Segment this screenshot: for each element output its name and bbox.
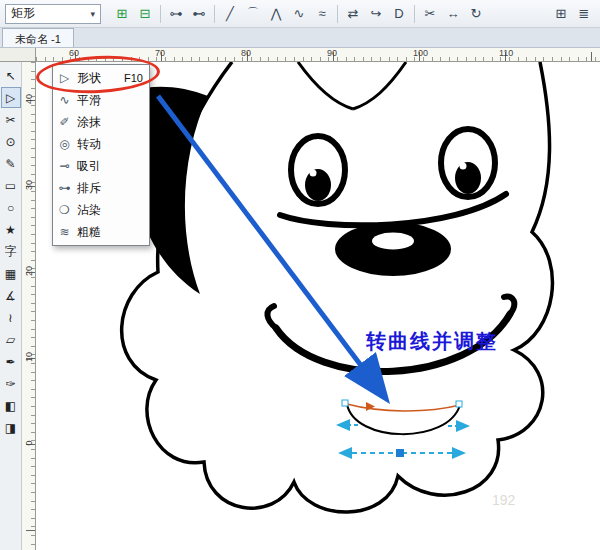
symmetric-node-icon[interactable]: ≈ bbox=[311, 3, 333, 25]
extend-curve-icon[interactable]: ↪ bbox=[365, 3, 387, 25]
mouth-node-left bbox=[342, 400, 348, 406]
hruler-label: 80 bbox=[241, 48, 251, 58]
toolbar-separator bbox=[414, 5, 415, 23]
toolbox: ↖▷✂⊙✎▭○★字▦∡≀▱✒✑◧◨ bbox=[0, 62, 22, 550]
convert-to-curve-icon[interactable]: ⌒ bbox=[242, 3, 264, 25]
property-bar: 矩形 ▾ ⊞⊟⊶⊷╱⌒⋀∿≈⇄↪D✂↔↻ ⊞≣ bbox=[0, 0, 600, 28]
pick-tool[interactable]: ↖ bbox=[1, 65, 21, 86]
ellipse-tool[interactable]: ○ bbox=[1, 197, 21, 218]
vertical-ruler[interactable]: 403020100 bbox=[22, 62, 36, 550]
flyout-item-repel[interactable]: ⊶排斥 bbox=[53, 177, 149, 199]
shape-tool[interactable]: ▷ bbox=[1, 87, 21, 108]
flyout-item-label: 平滑 bbox=[77, 92, 101, 109]
crop-tool[interactable]: ✂ bbox=[1, 109, 21, 130]
extract-subpath-icon[interactable]: ✂ bbox=[419, 3, 441, 25]
flyout-item-smooth[interactable]: ∿平滑 bbox=[53, 89, 149, 111]
flyout-item-shape[interactable]: ▷形状F10 bbox=[53, 67, 149, 89]
smooth-tool-icon: ∿ bbox=[57, 93, 72, 107]
hruler-label: 110 bbox=[499, 48, 513, 58]
flyout-item-smudge[interactable]: ✐涂抹 bbox=[53, 111, 149, 133]
flyout-item-roughen[interactable]: ≋粗糙 bbox=[53, 221, 149, 243]
property-bar-right-icons: ⊞≣ bbox=[550, 3, 595, 25]
flyout-item-attract[interactable]: ⊸吸引 bbox=[53, 155, 149, 177]
freehand-tool[interactable]: ✎ bbox=[1, 153, 21, 174]
shadow-tool[interactable]: ▱ bbox=[1, 329, 21, 350]
flyout-item-twirl[interactable]: ◎转动 bbox=[53, 133, 149, 155]
delete-node-icon[interactable]: ⊟ bbox=[134, 3, 156, 25]
flyout-item-label: 排斥 bbox=[77, 180, 101, 197]
document-tab-label: 未命名 -1 bbox=[15, 33, 61, 45]
chevron-down-icon: ▾ bbox=[90, 9, 95, 19]
connector-tool[interactable]: ≀ bbox=[1, 307, 21, 328]
toolbar-separator bbox=[337, 5, 338, 23]
horizontal-ruler[interactable]: 60708090100110 bbox=[36, 48, 600, 62]
rotate-nodes-icon[interactable]: ↻ bbox=[465, 3, 487, 25]
interactive-fill-tool[interactable]: ◨ bbox=[1, 417, 21, 438]
selected-node-handle bbox=[396, 449, 404, 457]
nose-highlight bbox=[372, 233, 414, 250]
hruler-label: 90 bbox=[327, 48, 337, 58]
convert-to-line-icon[interactable]: ╱ bbox=[219, 3, 241, 25]
left-eye-highlight bbox=[310, 170, 317, 177]
hruler-label: 60 bbox=[69, 48, 79, 58]
flyout-item-label: 吸引 bbox=[77, 158, 101, 175]
smudge-tool-icon: ✐ bbox=[57, 115, 72, 129]
ruler-corner bbox=[0, 48, 36, 62]
polygon-tool[interactable]: ★ bbox=[1, 219, 21, 240]
smear-tool-icon: ❍ bbox=[57, 203, 72, 217]
text-tool[interactable]: 字 bbox=[1, 241, 21, 262]
right-eye-highlight bbox=[460, 163, 467, 170]
eyedropper-tool[interactable]: ✒ bbox=[1, 351, 21, 372]
coreldraw-window: 矩形 ▾ ⊞⊟⊶⊷╱⌒⋀∿≈⇄↪D✂↔↻ ⊞≣ 未命名 -1 607080901… bbox=[0, 0, 600, 550]
dimension-tool[interactable]: ∡ bbox=[1, 285, 21, 306]
flyout-item-label: 沾染 bbox=[77, 202, 101, 219]
flyout-item-label: 形状 bbox=[77, 70, 101, 87]
tool-preset-value: 矩形 bbox=[11, 5, 35, 22]
cusp-node-icon[interactable]: ⋀ bbox=[265, 3, 287, 25]
toolbar-separator bbox=[160, 5, 161, 23]
join-nodes-icon[interactable]: ⊶ bbox=[165, 3, 187, 25]
mouth-node-right bbox=[456, 401, 462, 407]
document-tab-bar: 未命名 -1 bbox=[0, 28, 600, 48]
toolbar-separator bbox=[214, 5, 215, 23]
repel-tool-icon: ⊶ bbox=[57, 181, 72, 195]
table-tool[interactable]: ▦ bbox=[1, 263, 21, 284]
stretch-nodes-icon[interactable]: ↔ bbox=[442, 3, 464, 25]
shape-tool-icon: ▷ bbox=[57, 71, 72, 85]
twirl-tool-icon: ◎ bbox=[57, 137, 72, 151]
vruler-label: 0 bbox=[24, 437, 34, 450]
attract-tool-icon: ⊸ bbox=[57, 159, 72, 173]
flyout-item-label: 粗糙 bbox=[77, 224, 101, 241]
document-tab[interactable]: 未命名 -1 bbox=[2, 28, 74, 47]
left-pupil bbox=[305, 169, 331, 201]
right-pupil bbox=[455, 162, 481, 194]
vruler-label: 20 bbox=[24, 265, 34, 278]
smooth-node-icon[interactable]: ∿ bbox=[288, 3, 310, 25]
vruler-label: 40 bbox=[24, 93, 34, 106]
flyout-item-smear[interactable]: ❍沾染 bbox=[53, 199, 149, 221]
shape-tool-flyout: ▷形状F10∿平滑✐涂抹◎转动⊸吸引⊶排斥❍沾染≋粗糙 bbox=[52, 64, 150, 246]
reverse-direction-icon[interactable]: ⇄ bbox=[342, 3, 364, 25]
zoom-tool[interactable]: ⊙ bbox=[1, 131, 21, 152]
flyout-item-label: 涂抹 bbox=[77, 114, 101, 131]
flyout-item-label: 转动 bbox=[77, 136, 101, 153]
elastic-mode-icon[interactable]: ⊞ bbox=[550, 3, 572, 25]
hruler-label: 70 bbox=[155, 48, 165, 58]
tool-preset-dropdown[interactable]: 矩形 ▾ bbox=[5, 4, 101, 24]
rectangle-tool[interactable]: ▭ bbox=[1, 175, 21, 196]
select-all-nodes-icon[interactable]: ≣ bbox=[573, 3, 595, 25]
watermark: 192 bbox=[492, 492, 515, 508]
add-node-icon[interactable]: ⊞ bbox=[111, 3, 133, 25]
roughen-tool-icon: ≋ bbox=[57, 225, 72, 239]
outline-pen-tool[interactable]: ✑ bbox=[1, 373, 21, 394]
flyout-shortcut: F10 bbox=[124, 72, 143, 84]
vruler-label: 10 bbox=[24, 351, 34, 364]
close-curve-icon[interactable]: D bbox=[388, 3, 410, 25]
property-bar-icons: ⊞⊟⊶⊷╱⌒⋀∿≈⇄↪D✂↔↻ bbox=[111, 3, 487, 25]
fill-tool[interactable]: ◧ bbox=[1, 395, 21, 416]
break-curve-icon[interactable]: ⊷ bbox=[188, 3, 210, 25]
vruler-label: 30 bbox=[24, 179, 34, 192]
annotation-text: 转曲线并调整 bbox=[366, 328, 498, 355]
hruler-label: 100 bbox=[413, 48, 428, 58]
